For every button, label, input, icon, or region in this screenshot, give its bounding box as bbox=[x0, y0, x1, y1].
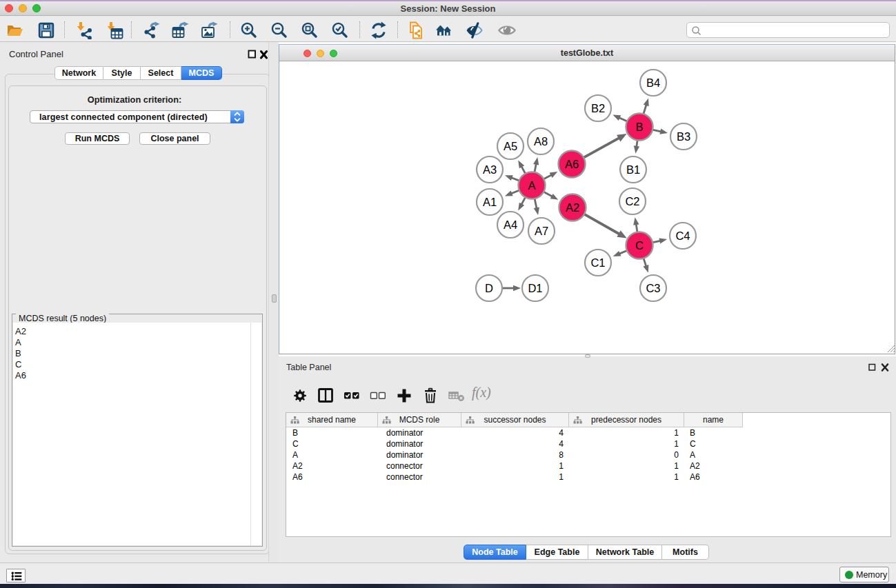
svg-text:A4: A4 bbox=[504, 219, 517, 231]
svg-text:A6: A6 bbox=[565, 158, 579, 170]
svg-text:D1: D1 bbox=[528, 282, 542, 294]
svg-text:C1: C1 bbox=[590, 256, 605, 269]
svg-text:A1: A1 bbox=[483, 196, 497, 208]
svg-text:C3: C3 bbox=[646, 282, 660, 294]
svg-text:A3: A3 bbox=[483, 163, 497, 176]
svg-text:C2: C2 bbox=[625, 195, 639, 207]
svg-text:B2: B2 bbox=[591, 102, 605, 114]
svg-text:B4: B4 bbox=[646, 77, 660, 89]
svg-text:A8: A8 bbox=[534, 135, 548, 148]
svg-text:B: B bbox=[635, 121, 643, 133]
svg-text:A: A bbox=[528, 179, 535, 192]
svg-text:A5: A5 bbox=[504, 140, 517, 152]
svg-text:A7: A7 bbox=[535, 225, 548, 237]
svg-text:B1: B1 bbox=[626, 163, 640, 176]
svg-text:A2: A2 bbox=[566, 201, 579, 214]
svg-text:C: C bbox=[635, 239, 644, 252]
svg-text:B3: B3 bbox=[677, 130, 690, 143]
svg-text:D: D bbox=[485, 282, 493, 294]
svg-text:C4: C4 bbox=[675, 230, 690, 242]
